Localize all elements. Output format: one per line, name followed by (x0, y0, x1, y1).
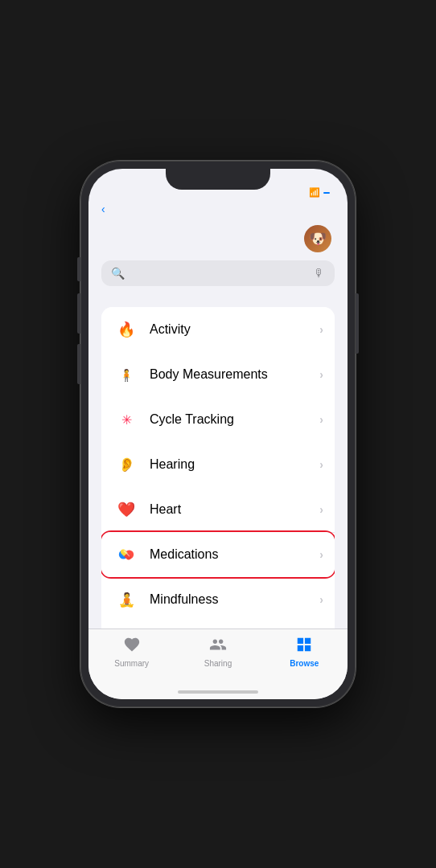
back-navigation[interactable]: ‹ (88, 203, 348, 219)
home-indicator (88, 685, 348, 699)
phone-screen: 📶 ‹ 🐶 🔍 🎙 (88, 169, 348, 699)
svg-text:💊: 💊 (120, 548, 132, 560)
microphone-icon[interactable]: 🎙 (314, 267, 325, 280)
back-chevron-icon: ‹ (101, 203, 105, 215)
volume-up-button (77, 293, 80, 334)
battery-badge (323, 192, 330, 194)
sharing-tab-label: Sharing (204, 659, 232, 668)
category-item-activity[interactable]: 🔥Activity› (101, 307, 335, 352)
status-right-icons: 📶 (306, 187, 330, 198)
medications-icon: 💊 (113, 541, 140, 568)
summary-tab-label: Summary (114, 659, 149, 668)
category-list: 🔥Activity›🧍Body Measurements›✳Cycle Trac… (101, 307, 335, 628)
medications-highlight-border: 💊 Medications› (101, 530, 335, 579)
search-icon: 🔍 (111, 267, 125, 280)
search-bar[interactable]: 🔍 🎙 (101, 260, 335, 286)
cycle-tracking-chevron-icon: › (319, 413, 323, 426)
hearing-label: Hearing (150, 457, 319, 472)
phone-frame: 📶 ‹ 🐶 🔍 🎙 (80, 161, 356, 707)
activity-chevron-icon: › (319, 323, 323, 336)
category-item-mindfulness[interactable]: 🧘Mindfulness› (101, 577, 335, 622)
mindfulness-label: Mindfulness (150, 592, 319, 607)
tab-sharing[interactable]: Sharing (175, 636, 261, 668)
browse-tab-icon (294, 636, 314, 657)
sharing-tab-icon (208, 636, 228, 657)
home-bar (178, 690, 258, 694)
cycle-tracking-label: Cycle Tracking (150, 412, 319, 427)
body-measurements-icon: 🧍 (113, 361, 140, 388)
category-item-cycle-tracking[interactable]: ✳Cycle Tracking› (101, 397, 335, 442)
page-header: 🐶 (88, 219, 348, 260)
notch (166, 169, 270, 190)
category-item-hearing[interactable]: 👂Hearing› (101, 442, 335, 487)
svg-text:🧍: 🧍 (119, 368, 134, 383)
tab-bar: Summary Sharing Browse (88, 628, 348, 685)
section-header (88, 297, 348, 307)
volume-down-button (77, 344, 80, 384)
mindfulness-chevron-icon: › (319, 593, 323, 606)
summary-tab-icon (122, 636, 142, 657)
avatar-image: 🐶 (309, 230, 327, 248)
category-item-mobility[interactable]: ➡️ Mobility› (101, 622, 335, 628)
category-item-heart[interactable]: ❤️Heart› (101, 487, 335, 532)
body-measurements-chevron-icon: › (319, 368, 323, 381)
hearing-chevron-icon: › (319, 458, 323, 471)
medications-label: Medications (150, 547, 319, 562)
avatar[interactable]: 🐶 (304, 225, 331, 252)
activity-icon: 🔥 (113, 316, 140, 343)
back-link[interactable]: ‹ (101, 203, 335, 215)
body-measurements-label: Body Measurements (150, 367, 319, 382)
mute-button (77, 257, 80, 281)
cycle-tracking-icon: ✳ (113, 406, 140, 433)
heart-chevron-icon: › (319, 503, 323, 516)
tab-summary[interactable]: Summary (88, 636, 175, 668)
hearing-icon: 👂 (113, 451, 140, 478)
category-item-body-measurements[interactable]: 🧍Body Measurements› (101, 352, 335, 397)
signal-icon: 📶 (309, 187, 320, 198)
heart-label: Heart (150, 502, 319, 517)
category-item-medications[interactable]: 💊 Medications› (101, 532, 335, 577)
scroll-content[interactable]: 🐶 🔍 🎙 🔥Activity›🧍Body Measurements›✳Cycl… (88, 219, 348, 628)
browse-tab-label: Browse (290, 659, 319, 668)
activity-label: Activity (150, 322, 319, 337)
mindfulness-icon: 🧘 (113, 586, 140, 613)
heart-icon: ❤️ (113, 496, 140, 523)
medications-chevron-icon: › (319, 548, 323, 561)
tab-browse[interactable]: Browse (261, 636, 348, 668)
power-button (356, 293, 359, 354)
